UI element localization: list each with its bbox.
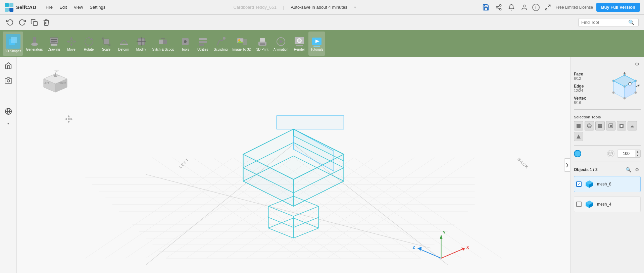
- autosave-status[interactable]: Auto-save in about 4 minutes: [291, 5, 347, 10]
- camera-button[interactable]: [2, 74, 14, 87]
- svg-rect-37: [163, 40, 167, 44]
- share-button[interactable]: [494, 3, 503, 12]
- toolbar-3d-print[interactable]: 3D Print: [254, 32, 271, 56]
- svg-rect-2: [5, 8, 9, 12]
- svg-text:Z: Z: [413, 245, 415, 250]
- home-button[interactable]: [2, 60, 14, 72]
- toolbar-scale[interactable]: Scale: [98, 32, 115, 56]
- svg-line-101: [327, 158, 475, 258]
- face-item[interactable]: Face 6/12: [574, 72, 604, 80]
- svg-point-171: [624, 74, 626, 76]
- toolbar-sculpting[interactable]: Sculpting: [212, 32, 230, 56]
- svg-marker-48: [243, 39, 247, 45]
- delete-button[interactable]: [41, 17, 52, 28]
- panel-settings-row: ⚙: [574, 60, 641, 68]
- opacity-increase-button[interactable]: ▲: [635, 150, 640, 154]
- objects-title: Objects 1 / 2: [574, 167, 598, 172]
- notification-button[interactable]: [507, 3, 516, 12]
- autosave-dropdown-icon[interactable]: ▾: [354, 5, 356, 10]
- object-item-mesh4[interactable]: mesh_4: [574, 196, 641, 212]
- save-button[interactable]: [481, 3, 491, 12]
- main-toolbar: 3D Shapes Generators Drawing: [0, 30, 644, 57]
- toolbar-move[interactable]: Move: [63, 32, 80, 56]
- selfcad-logo-icon: [4, 2, 14, 12]
- svg-point-5: [496, 6, 498, 8]
- edge-item[interactable]: Edge 12/24: [574, 84, 604, 93]
- search-icon[interactable]: 🔍: [628, 19, 635, 25]
- account-button[interactable]: [519, 3, 529, 12]
- svg-rect-178: [577, 124, 581, 128]
- toolbar-drawing[interactable]: Drawing: [46, 32, 62, 56]
- select-loop-tool[interactable]: [606, 121, 615, 130]
- toolbar-3d-shapes[interactable]: 3D Shapes: [3, 32, 23, 56]
- opacity-stepper[interactable]: 100 ▲ ▼: [617, 150, 641, 158]
- separator-1: [574, 109, 641, 110]
- panel-settings-button[interactable]: ⚙: [633, 60, 641, 68]
- globe-down-icon[interactable]: ▾: [2, 117, 14, 129]
- info-button[interactable]: i: [532, 4, 540, 11]
- 3d-print-label: 3D Print: [256, 48, 268, 52]
- undo-button[interactable]: [5, 17, 15, 28]
- toolbar-image-to-3d[interactable]: Image To 3D: [230, 32, 253, 56]
- expand-panel-button[interactable]: ❯: [564, 158, 570, 172]
- select-inverse-tool[interactable]: [617, 121, 626, 130]
- select-sphere-tool[interactable]: [585, 121, 594, 130]
- toolbar-stitch-scoop[interactable]: Stitch & Scoop: [150, 32, 177, 56]
- stepper-buttons: ▲ ▼: [635, 150, 640, 157]
- scale-label: Scale: [102, 48, 110, 52]
- toolbar-generators[interactable]: Generators: [24, 32, 45, 56]
- objects-search-button[interactable]: 🔍: [625, 166, 632, 173]
- redo-button[interactable]: [17, 17, 28, 28]
- menu-settings[interactable]: Settings: [87, 3, 108, 11]
- move-icon: [65, 36, 78, 48]
- toolbar2: 🔍: [0, 15, 644, 30]
- color-picker-circle[interactable]: [574, 150, 581, 157]
- select-mesh-tool[interactable]: [595, 121, 605, 130]
- svg-marker-160: [418, 247, 422, 251]
- scene-svg[interactable]: X Y Z: [17, 57, 570, 273]
- toolbar-tools[interactable]: Tools: [177, 32, 194, 56]
- menu-file[interactable]: File: [43, 3, 55, 11]
- menu-view[interactable]: View: [71, 3, 86, 11]
- opacity-decrease-button[interactable]: ▼: [635, 154, 640, 157]
- svg-line-152: [294, 217, 319, 227]
- vertex-count: 8/16: [574, 101, 604, 105]
- svg-point-9: [523, 5, 525, 7]
- sculpting-icon: [215, 36, 227, 48]
- left-sidebar: ▾: [0, 57, 17, 273]
- objects-icons: 🔍 ⚙: [625, 166, 641, 173]
- copy-button[interactable]: [29, 17, 40, 28]
- svg-point-27: [85, 38, 93, 46]
- viewport[interactable]: FRONT LEFT RIGHT TOP LEFT BACK: [17, 57, 570, 273]
- toolbar-tutorials[interactable]: Tutorials: [308, 32, 325, 56]
- object-item-mesh8[interactable]: ✓ mesh_8: [574, 176, 641, 192]
- object-mesh4-checkbox[interactable]: [576, 202, 582, 207]
- object-mesh8-checkbox[interactable]: ✓: [576, 181, 582, 187]
- selection-tools-section: Selection Tools: [574, 114, 641, 141]
- svg-point-40: [184, 40, 187, 43]
- menu-edit[interactable]: Edit: [57, 3, 69, 11]
- svg-rect-14: [11, 37, 17, 43]
- fullscreen-button[interactable]: [543, 3, 552, 12]
- toolbar-modify[interactable]: Modify: [133, 32, 150, 56]
- objects-settings-button[interactable]: ⚙: [633, 166, 641, 173]
- edge-label: Edge: [574, 84, 604, 89]
- vertex-item[interactable]: Vertex 8/16: [574, 96, 604, 105]
- toolbar-render[interactable]: Render: [291, 32, 308, 56]
- toolbar-utilities[interactable]: Utilities: [194, 32, 211, 56]
- find-tool-input[interactable]: [581, 20, 628, 25]
- svg-marker-54: [280, 40, 284, 44]
- buy-full-version-button[interactable]: Buy Full Version: [596, 3, 640, 12]
- toolbar-animation[interactable]: Animation: [271, 32, 290, 56]
- wireframe-sphere-button[interactable]: [607, 150, 614, 157]
- globe-button[interactable]: [2, 105, 14, 117]
- find-tool-box[interactable]: 🔍: [578, 18, 639, 27]
- select-paint-tool[interactable]: [628, 121, 637, 130]
- svg-line-104: [86, 158, 233, 258]
- select-box-tool[interactable]: [574, 121, 583, 130]
- svg-line-114: [334, 158, 482, 258]
- render-label: Render: [294, 48, 305, 52]
- toolbar-rotate[interactable]: Rotate: [81, 32, 97, 56]
- select-custom-tool[interactable]: [574, 132, 583, 141]
- toolbar-deform[interactable]: Deform: [115, 32, 132, 56]
